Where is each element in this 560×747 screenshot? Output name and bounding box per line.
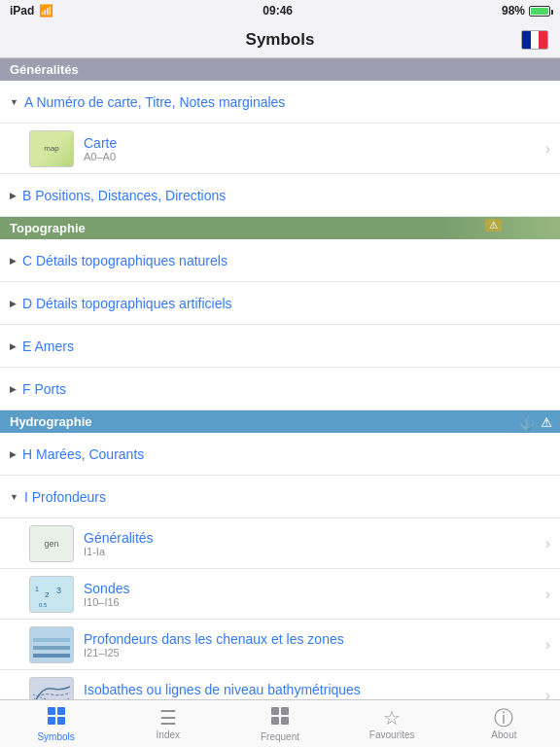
triangle-I: ▼ — [10, 492, 18, 502]
carte-title: Carte — [84, 135, 545, 151]
item-H[interactable]: ▶ H Marées, Courants — [0, 433, 560, 476]
label-F: F Ports — [22, 381, 550, 397]
tab-symbols-label: Symbols — [37, 731, 74, 742]
generalites-sub-text: Généralités I1-Ia — [84, 530, 545, 557]
battery-icon — [529, 6, 550, 17]
status-bar: iPad 📶 09:46 98% — [0, 0, 560, 21]
tab-frequent[interactable]: Frequent — [224, 705, 335, 742]
triangle-H: ▶ — [10, 449, 17, 459]
tab-index-label: Index — [157, 729, 180, 740]
label-H: H Marées, Courants — [22, 446, 550, 462]
section-generalites: Généralités — [0, 58, 560, 81]
svg-rect-25 — [57, 707, 65, 715]
tab-frequent-label: Frequent — [261, 731, 299, 742]
item-D[interactable]: ▶ D Détails topographiques artificiels — [0, 282, 560, 325]
svg-rect-31 — [281, 717, 289, 725]
generalites-sub-subtitle: I1-Ia — [84, 546, 545, 557]
triangle-D: ▶ — [10, 299, 17, 308]
tab-about[interactable]: ⓘ About — [448, 708, 560, 740]
isobathes-title: Isobathes ou lignes de niveau bathymétri… — [84, 682, 545, 697]
svg-text:3: 3 — [56, 586, 61, 595]
svg-rect-28 — [271, 707, 279, 715]
carte-text: Carte A0–A0 — [84, 135, 545, 162]
tab-favourites[interactable]: ☆ Favourites — [336, 708, 448, 740]
carte-arrow: › — [545, 140, 550, 158]
status-time: 09:46 — [262, 4, 293, 18]
thumb-sondes: 1 2 3 0.5 — [29, 576, 74, 613]
item-C[interactable]: ▶ C Détails topographiques naturels — [0, 239, 560, 282]
profondeurs-text: Profondeurs dans les chenaux et les zone… — [84, 631, 545, 658]
svg-rect-26 — [48, 717, 55, 725]
profondeurs-arrow: › — [545, 636, 550, 654]
profondeurs-title: Profondeurs dans les chenaux et les zone… — [84, 631, 545, 647]
label-E: E Amers — [22, 338, 550, 354]
isobathes-text: Isobathes ou lignes de niveau bathymétri… — [84, 682, 545, 700]
sub-sondes[interactable]: 1 2 3 0.5 Sondes I10–I16 › — [0, 569, 560, 620]
triangle-F: ▶ — [10, 384, 17, 394]
label-B: B Positions, Distances, Directions — [22, 188, 550, 203]
item-A[interactable]: ▼ A Numéro de carte, Titre, Notes margin… — [0, 81, 560, 124]
svg-rect-27 — [57, 717, 65, 725]
item-F[interactable]: ▶ F Ports — [0, 368, 560, 410]
frequent-icon — [269, 705, 291, 729]
triangle-C: ▶ — [10, 256, 17, 266]
tab-about-label: About — [491, 729, 516, 740]
nav-bar: Symbols — [0, 21, 560, 58]
index-icon: ☰ — [159, 708, 177, 728]
device-label: iPad — [10, 4, 34, 18]
sub-profondeurs[interactable]: Profondeurs dans les chenaux et les zone… — [0, 620, 560, 670]
section-hydrographie: Hydrographie ⚓ ⚠ — [0, 410, 560, 433]
svg-text:1: 1 — [35, 586, 39, 592]
label-I: I Profondeurs — [24, 489, 550, 505]
sub-carte[interactable]: map Carte A0–A0 › — [0, 124, 560, 174]
sub-isobathes[interactable]: Isobathes ou lignes de niveau bathymétri… — [0, 670, 560, 699]
tab-bar: Symbols ☰ Index Frequent ☆ Favourites ⓘ … — [0, 699, 560, 747]
svg-text:0.5: 0.5 — [39, 602, 48, 608]
thumb-profondeur — [29, 626, 74, 663]
svg-rect-29 — [281, 707, 289, 715]
nav-title: Symbols — [246, 30, 315, 50]
flag-france — [521, 30, 548, 50]
thumb-carte: map — [29, 130, 74, 167]
symbols-icon — [46, 705, 67, 729]
tab-symbols[interactable]: Symbols — [0, 705, 112, 742]
star-icon: ☆ — [383, 708, 401, 728]
svg-rect-4 — [33, 638, 70, 642]
main-scroll[interactable]: Généralités ▼ A Numéro de carte, Titre, … — [0, 58, 560, 699]
status-left: iPad 📶 — [10, 4, 53, 18]
sondes-title: Sondes — [84, 581, 545, 596]
info-icon: ⓘ — [494, 708, 513, 728]
thumb-generalites: gen — [29, 525, 74, 562]
profondeurs-subtitle: I21–I25 — [84, 647, 545, 658]
wifi-icon: 📶 — [39, 4, 53, 18]
svg-rect-30 — [271, 717, 279, 725]
tab-favourites-label: Favourites — [369, 729, 415, 740]
isobathes-arrow: › — [545, 687, 550, 700]
sondes-text: Sondes I10–I16 — [84, 581, 545, 608]
svg-rect-6 — [33, 654, 70, 658]
item-B[interactable]: ▶ B Positions, Distances, Directions — [0, 174, 560, 217]
triangle-B: ▶ — [10, 191, 17, 200]
sondes-arrow: › — [545, 586, 550, 603]
label-A: A Numéro de carte, Titre, Notes marginal… — [24, 94, 550, 110]
item-I[interactable]: ▼ I Profondeurs — [0, 476, 560, 518]
triangle-A: ▼ — [10, 97, 18, 107]
tab-index[interactable]: ☰ Index — [112, 708, 224, 740]
svg-text:2: 2 — [45, 590, 50, 599]
sub-generalites[interactable]: gen Généralités I1-Ia › — [0, 518, 560, 569]
thumb-isobathes — [29, 677, 74, 700]
section-topographie: Topographie ⚠ — [0, 217, 560, 239]
battery-percent: 98% — [502, 4, 525, 18]
svg-rect-5 — [33, 646, 70, 650]
svg-rect-24 — [48, 707, 55, 715]
status-right: 98% — [502, 4, 550, 18]
triangle-E: ▶ — [10, 341, 17, 351]
generalites-sub-arrow: › — [545, 535, 550, 552]
generalites-sub-title: Généralités — [84, 530, 545, 546]
carte-subtitle: A0–A0 — [84, 151, 545, 162]
label-D: D Détails topographiques artificiels — [22, 296, 550, 311]
label-C: C Détails topographiques naturels — [22, 253, 550, 268]
item-E[interactable]: ▶ E Amers — [0, 325, 560, 368]
sondes-subtitle: I10–I16 — [84, 596, 545, 608]
